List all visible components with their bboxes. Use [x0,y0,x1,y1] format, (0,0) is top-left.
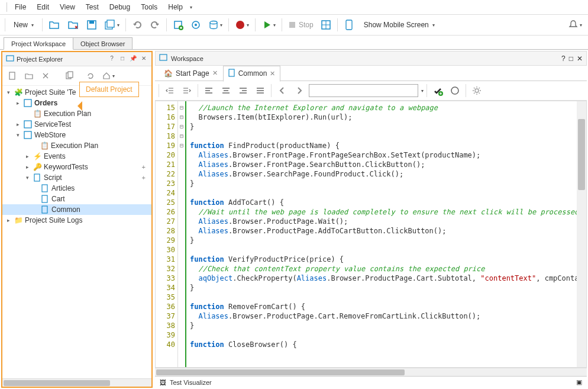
svg-rect-17 [24,99,31,107]
tree-cart[interactable]: Cart [2,194,151,204]
align-center-icon[interactable] [218,83,234,98]
checkpoint-icon[interactable] [430,83,445,98]
panel-maximize-icon[interactable]: □ [118,55,127,63]
code-hscroll[interactable] [155,368,587,376]
align-right-icon[interactable] [235,83,251,98]
svg-rect-1 [89,21,94,24]
record-button[interactable]: ▾ [232,17,251,33]
vscrollbar[interactable] [577,101,586,367]
tree-exec-plan2[interactable]: 📋Execution Plan [2,140,151,151]
run-button[interactable]: ▾ [259,17,278,33]
svg-rect-13 [7,56,14,61]
menu-debug[interactable]: Debug [105,1,135,13]
target-icon[interactable] [188,17,203,33]
svg-point-9 [236,21,244,29]
menu-edit[interactable]: Edit [32,1,54,13]
expand-icon[interactable]: ▣ [576,378,582,386]
redo-button[interactable] [147,17,163,33]
settings-icon[interactable] [469,83,484,98]
tab-start-page[interactable]: 🏠Start Page✕ [159,66,223,81]
explorer-icon [6,54,14,64]
svg-rect-19 [24,131,31,139]
tab-common[interactable]: Common✕ [223,66,281,82]
object-icon[interactable] [447,83,463,98]
svg-rect-23 [42,206,47,213]
tree-servicetest[interactable]: ▸ServiceTest [2,119,151,130]
test-visualizer-tab[interactable]: Test Visualizer [170,379,212,386]
svg-rect-25 [229,69,234,76]
search-input[interactable] [309,84,418,97]
menu-test[interactable]: Test [81,1,104,13]
svg-rect-12 [346,20,352,30]
mobile-icon[interactable] [341,17,357,33]
add-item-icon[interactable] [170,17,186,33]
workspace-title: Workspace [171,55,558,62]
main-toolbar: New▾ ▾ ▾ ▾ ▾ Stop Show Mobile Screen▾ ▾ [0,15,588,36]
tree-articles[interactable]: Articles [2,183,151,194]
svg-point-27 [451,87,458,94]
stop-button[interactable]: Stop [286,17,316,33]
align-justify-icon[interactable] [253,83,268,98]
tree-common[interactable]: Common [2,204,151,215]
close-folder-icon[interactable] [65,17,82,33]
new-folder-icon[interactable] [21,68,37,83]
workspace-tabbar: Project Workspace Object Browser [0,36,588,50]
home-icon: 🏠 [164,69,173,78]
svg-rect-16 [68,72,73,78]
visualizer-icon: 🖼 [160,379,166,386]
svg-rect-18 [24,121,31,128]
project-icon [23,98,33,108]
project-tree[interactable]: ▾🧩Project Suite 'Te ▸Orders 📋Execution P… [2,86,151,378]
nav-back-icon[interactable] [274,83,290,98]
tab-project-workspace[interactable]: Project Workspace [4,37,73,50]
tree-logs[interactable]: ▸📁Project Suite Logs [2,215,151,226]
tab-object-browser[interactable]: Object Browser [73,37,133,49]
menu-bar: File Edit View Test Debug Tools Help ▾ [0,0,588,15]
script-icon [228,69,235,79]
ws-close-icon[interactable]: ✕ [577,54,583,63]
undo-button[interactable] [130,17,145,33]
tree-keyword-tests[interactable]: ▸🔑KeywordTests+ [2,162,151,172]
project-explorer-panel: Project Explorer ? □ 📌 ✕ ▾ Default Proje… [1,51,153,388]
save-button[interactable] [84,17,99,33]
align-left-icon[interactable] [201,83,217,98]
tree-script[interactable]: ▾Script+ [2,172,151,183]
line-gutter: 15 16 17 18 19 20 21 22 23 24 25 26 27 2… [156,101,178,367]
nav-forward-icon[interactable] [292,83,307,98]
menu-view[interactable]: View [55,1,80,13]
open-folder-icon[interactable] [46,17,63,33]
menu-help[interactable]: Help [163,1,188,13]
svg-point-28 [475,89,479,92]
save-all-button[interactable]: ▾ [102,17,122,33]
show-mobile-screen-button[interactable]: Show Mobile Screen▾ [359,17,440,33]
outdent-icon[interactable] [162,83,177,98]
svg-rect-14 [9,72,15,79]
ws-help-icon[interactable]: ? [561,54,566,63]
object-spy-icon[interactable] [318,17,334,33]
copy-icon[interactable] [62,68,77,83]
tree-events[interactable]: ▸⚡Events [2,151,151,162]
svg-rect-22 [42,195,47,202]
tree-webstore[interactable]: ▾WebStore [2,130,151,140]
close-icon[interactable]: ✕ [270,70,275,78]
indent-icon[interactable] [179,83,195,98]
new-button[interactable]: New▾ [9,17,38,33]
workspace-icon [159,53,167,63]
close-icon[interactable]: ✕ [212,69,218,77]
db-icon[interactable]: ▾ [206,17,225,33]
script-icon [33,173,42,182]
svg-rect-20 [34,174,40,181]
code-content[interactable]: //Launch the Internet Explorer and navig… [186,101,586,367]
menu-file[interactable]: File [10,1,31,13]
panel-pin-icon[interactable]: 📌 [129,55,137,63]
code-editor[interactable]: 15 16 17 18 19 20 21 22 23 24 25 26 27 2… [155,101,587,368]
fold-column[interactable]: ⊟ ⊟ ⊟ ⊟ ⊟ [178,101,186,367]
notifications-icon[interactable]: ▾ [566,17,584,33]
panel-help-icon[interactable]: ? [108,55,116,63]
ws-maximize-icon[interactable]: □ [569,54,573,63]
delete-icon[interactable] [38,68,53,83]
menu-tools[interactable]: Tools [136,1,162,13]
explorer-hscroll[interactable] [2,378,151,387]
panel-close-icon[interactable]: ✕ [140,55,148,63]
new-file-icon[interactable] [5,68,20,83]
